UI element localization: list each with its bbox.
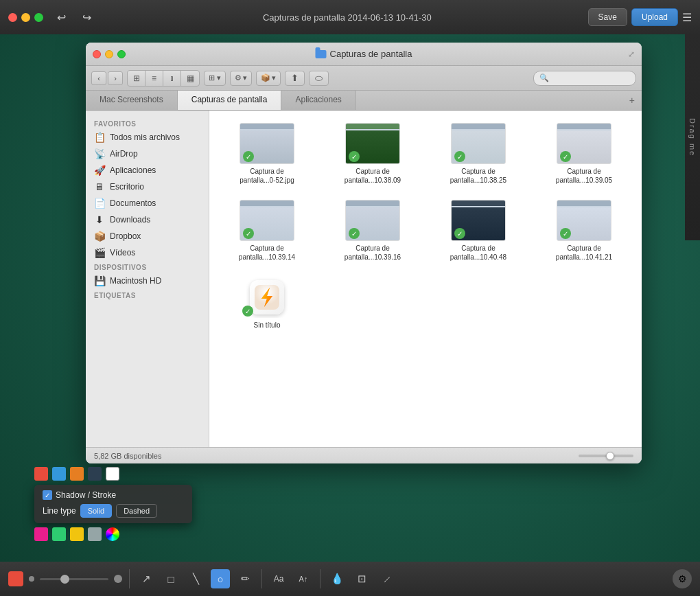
sidebar-item-downloads[interactable]: ⬇ Downloads — [86, 211, 209, 228]
toolbar-right: Save Upload ☰ — [588, 8, 692, 26]
file-thumbnail: ✓ — [345, 123, 400, 164]
dropbox-button[interactable]: 📦 ▾ — [256, 71, 281, 86]
upload-button[interactable]: Upload — [631, 8, 678, 26]
sidebar-item-escritorio[interactable]: 🖥 Escritorio — [86, 179, 209, 195]
check-badge: ✓ — [242, 306, 253, 317]
add-tab-button[interactable]: + — [622, 91, 642, 110]
tag-button[interactable]: ⬭ — [309, 71, 329, 86]
save-button[interactable]: Save — [588, 8, 627, 26]
dispositivos-label: DISPOSITIVOS — [86, 261, 209, 273]
swatch-yellow[interactable] — [70, 527, 84, 541]
all-files-icon: 📋 — [94, 132, 105, 143]
text-tool[interactable]: Aa — [269, 569, 288, 588]
cover-flow-button[interactable]: ▦ — [181, 71, 199, 86]
swatch-orange[interactable] — [70, 467, 84, 481]
list-item[interactable]: ✓ Captura de pantalla...10.38.25 — [428, 117, 529, 190]
sidebar-item-dropbox[interactable]: 📦 Dropbox — [86, 228, 209, 244]
swatch-color-wheel[interactable] — [106, 527, 119, 541]
swatch-gray[interactable] — [88, 527, 102, 541]
file-name: Captura de pantalla...10.41.21 — [553, 244, 615, 262]
slider-thumb[interactable] — [60, 575, 69, 584]
close-button[interactable] — [8, 13, 17, 22]
check-badge: ✓ — [560, 151, 571, 162]
etiquetas-label: ETIQUETAS — [86, 289, 209, 301]
color-picker[interactable] — [8, 571, 23, 586]
crop-tool[interactable]: ⊡ — [352, 569, 371, 588]
settings-button[interactable]: ⚙ — [673, 569, 692, 588]
file-thumbnail: ✓ — [345, 200, 400, 241]
file-name: Captura de pantalla...10.39.05 — [553, 167, 615, 185]
zoom-slider[interactable] — [579, 455, 633, 457]
sidebar-item-documentos[interactable]: 📄 Documentos — [86, 195, 209, 211]
file-thumbnail: ✓ — [451, 200, 506, 241]
rect-tool[interactable]: □ — [161, 569, 180, 588]
downloads-icon: ⬇ — [94, 214, 105, 225]
swatch-white[interactable] — [106, 467, 119, 481]
list-item[interactable]: ✓ Captura de pantalla...0-52.jpg — [216, 117, 318, 190]
main-area: Capturas de pantalla ⤢ ‹ › ⊞ ≡ ⫾ ▦ ⊞ ▾ ⚙… — [41, 43, 686, 463]
finder-minimize-button[interactable] — [105, 50, 113, 58]
list-item[interactable]: ✓ Captura de pantalla...10.39.16 — [322, 194, 423, 267]
shadow-stroke-checkbox[interactable]: ✓ Shadow / Stroke — [43, 490, 116, 500]
solid-button[interactable]: Solid — [80, 504, 112, 518]
sidebar-item-videos[interactable]: 🎬 Vídeos — [86, 244, 209, 261]
pen-tool[interactable]: ✏ — [235, 569, 255, 588]
finder-toolbar: ‹ › ⊞ ≡ ⫾ ▦ ⊞ ▾ ⚙ ▾ 📦 ▾ ⬆ ⬭ — [86, 66, 642, 91]
swatch-green[interactable] — [52, 527, 66, 541]
action-button[interactable]: ⚙ ▾ — [230, 71, 252, 86]
icon-view-button[interactable]: ⊞ — [128, 71, 145, 86]
slider-track — [40, 578, 108, 580]
redo-button[interactable]: ↪ — [78, 10, 95, 25]
traffic-lights — [8, 13, 43, 22]
minimize-button[interactable] — [21, 13, 30, 22]
finder-maximize-button[interactable] — [117, 50, 126, 58]
swatch-darkblue[interactable] — [88, 467, 102, 481]
share-button[interactable]: ⬆ — [285, 71, 305, 86]
finder-title: Capturas de pantalla — [316, 49, 412, 59]
drag-handle[interactable]: Drag me — [685, 34, 700, 240]
list-item[interactable]: ✓ Captura de pantalla...10.39.14 — [216, 194, 318, 267]
menu-button[interactable]: ☰ — [682, 11, 692, 24]
sidebar-item-airdrop[interactable]: 📡 AirDrop — [86, 146, 209, 162]
finder-content: FAVORITOS 📋 Todos mis archivos 📡 AirDrop… — [86, 111, 642, 447]
swatch-blue[interactable] — [52, 467, 66, 481]
finder-close-button[interactable] — [93, 50, 101, 58]
back-button[interactable]: ‹ — [91, 71, 106, 85]
arrow-tool[interactable]: ↗ — [137, 569, 156, 588]
slider-thumb[interactable] — [606, 452, 614, 460]
swatch-red[interactable] — [34, 467, 48, 481]
search-box[interactable]: 🔍 — [533, 71, 636, 86]
tab-capturas[interactable]: Capturas de pantalla — [178, 91, 282, 110]
swatch-pink[interactable] — [34, 527, 48, 541]
undo-button[interactable]: ↩ — [53, 10, 70, 25]
favoritos-label: FAVORITOS — [86, 117, 209, 129]
fill-tool[interactable]: 💧 — [327, 569, 347, 588]
sidebar-item-macintosh-hd[interactable]: 💾 Macintosh HD — [86, 273, 209, 289]
text-size-tool[interactable]: A↑ — [294, 569, 313, 588]
list-view-button[interactable]: ≡ — [145, 71, 163, 86]
size-large-dot — [114, 575, 122, 583]
escritorio-icon: 🖥 — [94, 181, 105, 192]
sidebar-item-aplicaciones[interactable]: 🚀 Aplicaciones — [86, 162, 209, 179]
tab-aplicaciones[interactable]: Aplicaciones — [281, 91, 355, 110]
maximize-button[interactable] — [34, 13, 43, 22]
finder-expand-button[interactable]: ⤢ — [628, 49, 635, 59]
ellipse-tool[interactable]: ○ — [211, 569, 230, 588]
color-swatches-top — [34, 467, 192, 481]
arrange-button[interactable]: ⊞ ▾ — [204, 71, 226, 86]
size-slider[interactable] — [40, 578, 108, 580]
check-badge: ✓ — [560, 228, 571, 239]
skew-tool[interactable]: ⟋ — [377, 569, 396, 588]
list-item[interactable]: ✓ Captura de pantalla...10.38.09 — [322, 117, 423, 190]
list-item[interactable]: ✓ Captura de pantalla...10.40.48 — [428, 194, 529, 267]
tab-mac-screenshots[interactable]: Mac Screenshots — [86, 91, 178, 110]
line-tool[interactable]: ╲ — [186, 569, 205, 588]
list-item[interactable]: ✓ Captura de pantalla...10.41.21 — [533, 194, 635, 267]
forward-button[interactable]: › — [108, 71, 123, 85]
file-name: Captura de pantalla...0-52.jpg — [236, 167, 298, 185]
list-item[interactable]: ✓ Sin título — [216, 271, 318, 335]
sidebar-item-all-files[interactable]: 📋 Todos mis archivos — [86, 129, 209, 146]
column-view-button[interactable]: ⫾ — [163, 71, 181, 86]
list-item[interactable]: ✓ Captura de pantalla...10.39.05 — [533, 117, 635, 190]
dashed-button[interactable]: Dashed — [116, 504, 157, 518]
